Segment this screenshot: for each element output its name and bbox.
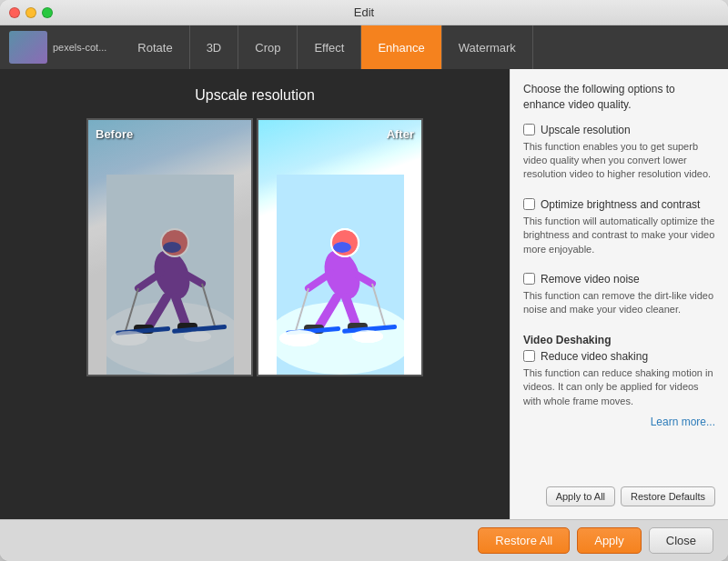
upscale-checkbox[interactable] — [523, 124, 535, 135]
noise-checkbox[interactable] — [523, 273, 535, 285]
svg-point-34 — [279, 330, 319, 346]
upscale-section: Upscale resolution This function enables… — [523, 124, 715, 189]
noise-desc: This function can remove the dirt-like v… — [523, 289, 715, 317]
learn-more-link[interactable]: Learn more... — [523, 416, 715, 428]
brightness-label[interactable]: Optimize brightness and contrast — [541, 198, 700, 211]
apply-defaults-row: Apply to All Restore Defaults — [523, 486, 715, 506]
toolbar: pexels-cot... Rotate 3D Crop Effect Enha… — [0, 25, 728, 69]
close-button-bottom[interactable]: Close — [649, 527, 713, 554]
tab-rotate[interactable]: Rotate — [121, 25, 189, 69]
maximize-button[interactable] — [42, 7, 53, 18]
deshaking-section: Video Deshaking Reduce video shaking Thi… — [523, 334, 715, 428]
after-image — [258, 120, 421, 375]
preview-area: Upscale resolution Before — [0, 69, 510, 519]
before-panel: Before — [86, 118, 253, 376]
upscale-label[interactable]: Upscale resolution — [541, 124, 631, 136]
after-panel: After — [257, 118, 423, 376]
svg-point-5 — [163, 242, 181, 253]
thumbnail-image — [9, 31, 47, 64]
svg-point-35 — [352, 330, 383, 343]
svg-point-17 — [184, 331, 211, 342]
deshake-label[interactable]: Reduce video shaking — [541, 350, 648, 363]
tab-enhance[interactable]: Enhance — [361, 25, 441, 69]
window-title: Edit — [354, 5, 374, 19]
panel-intro: Choose the following options to enhance … — [523, 82, 715, 113]
upscale-desc: This function enables you to get superb … — [523, 140, 715, 182]
restore-defaults-button[interactable]: Restore Defaults — [621, 486, 715, 506]
tab-navigation: Rotate 3D Crop Effect Enhance Watermark — [121, 25, 724, 69]
tab-crop[interactable]: Crop — [238, 25, 298, 69]
deshaking-header: Video Deshaking — [523, 334, 715, 346]
right-panel: Choose the following options to enhance … — [510, 69, 728, 519]
svg-point-23 — [333, 242, 351, 253]
main-window: Edit pexels-cot... Rotate 3D Crop Effect… — [0, 0, 728, 561]
filename-label: pexels-cot... — [53, 42, 106, 53]
brightness-checkbox[interactable] — [523, 198, 535, 210]
brightness-section: Optimize brightness and contrast This fu… — [523, 198, 715, 264]
svg-point-16 — [111, 331, 147, 346]
apply-to-all-button[interactable]: Apply to All — [546, 486, 615, 506]
tab-3d[interactable]: 3D — [190, 25, 239, 69]
noise-label[interactable]: Remove video noise — [541, 273, 640, 286]
before-after-container: Before — [86, 118, 423, 376]
upscale-checkbox-row: Upscale resolution — [523, 124, 715, 136]
apply-button[interactable]: Apply — [577, 527, 642, 554]
preview-title: Upscale resolution — [195, 87, 315, 104]
after-label: After — [387, 127, 414, 141]
noise-checkbox-row: Remove video noise — [523, 273, 715, 286]
thumbnail — [9, 31, 47, 64]
deshake-desc: This function can reduce shaking motion … — [523, 366, 715, 408]
before-label: Before — [96, 127, 133, 141]
restore-all-button[interactable]: Restore All — [478, 527, 570, 554]
title-bar: Edit — [0, 0, 728, 25]
tab-effect[interactable]: Effect — [298, 25, 361, 69]
spacer — [523, 437, 715, 479]
bottom-bar: Restore All Apply Close — [0, 519, 728, 561]
brightness-desc: This function will automatically optimiz… — [523, 215, 715, 256]
main-content: Upscale resolution Before — [0, 69, 728, 519]
window-controls — [9, 7, 53, 18]
brightness-checkbox-row: Optimize brightness and contrast — [523, 198, 715, 211]
deshake-checkbox[interactable] — [523, 350, 535, 362]
minimize-button[interactable] — [25, 7, 36, 18]
noise-section: Remove video noise This function can rem… — [523, 273, 715, 325]
tab-watermark[interactable]: Watermark — [442, 25, 533, 69]
deshake-checkbox-row: Reduce video shaking — [523, 350, 715, 363]
before-image — [88, 120, 251, 375]
close-button[interactable] — [9, 7, 20, 18]
